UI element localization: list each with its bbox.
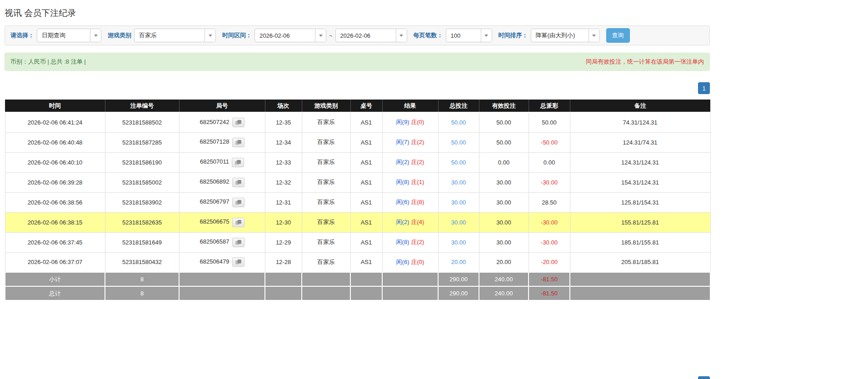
valid-bet-notice: 同局有效投注，统一计算在该局第一张注单内 <box>586 58 704 66</box>
cell-round: 682506675 <box>179 212 265 232</box>
result-banker: 庄(8) <box>411 199 424 205</box>
round-id: 682506675 <box>200 218 229 225</box>
cards-icon <box>234 160 241 165</box>
cell-note: 205.81/185.81 <box>570 252 710 272</box>
sort-order-select[interactable]: 降冪(由大到小) <box>531 29 600 42</box>
cell-note: 154.31/124.31 <box>570 172 710 192</box>
cell-round: 682506797 <box>179 192 265 212</box>
view-cards-button[interactable] <box>232 138 244 147</box>
cell-payout: -50.00 <box>529 132 570 152</box>
cards-icon <box>235 199 242 205</box>
cell-payout: 50.00 <box>529 112 570 132</box>
cell-bet-id: 523181580432 <box>105 252 179 272</box>
cell-table: AS1 <box>350 232 382 252</box>
cell-table: AS1 <box>350 192 382 212</box>
cell-result: 闲(9)庄(0) <box>382 112 438 132</box>
cell-game-type: 百家乐 <box>302 252 350 272</box>
cards-icon <box>235 140 242 145</box>
cell-round: 682507011 <box>179 152 265 172</box>
cell-game-type: 百家乐 <box>302 232 350 252</box>
cell-payout: -30.00 <box>529 172 570 192</box>
page: 视讯 会员下注纪录 请选择： 日期查询 游戏类别 百家乐 时间区间： 2026-… <box>5 0 710 379</box>
cell-payout: 28.50 <box>529 192 570 212</box>
cell-round: 682506892 <box>179 172 265 192</box>
cell-valid-bet: 20.00 <box>479 252 529 272</box>
filter-bar: 请选择： 日期查询 游戏类别 百家乐 时间区间： 2026-02-06 ~ 20… <box>5 25 710 45</box>
cell-round: 682507242 <box>179 112 265 132</box>
subtotal-count: 8 <box>105 272 179 286</box>
subtotal-note <box>570 272 710 286</box>
round-id: 682506587 <box>200 238 229 245</box>
caret-down-icon[interactable] <box>315 29 326 42</box>
page-size-select[interactable]: 100 <box>446 29 492 42</box>
date-to-select[interactable]: 2026-02-06 <box>335 29 407 42</box>
cell-bet-id: 523181583902 <box>105 192 179 212</box>
subtotal-label: 小计 <box>5 272 105 286</box>
page-size-value: 100 <box>446 29 481 42</box>
search-button[interactable]: 查询 <box>606 28 630 43</box>
date-from-select[interactable]: 2026-02-06 <box>254 29 326 42</box>
cell-total-bet: 50.00 <box>438 132 479 152</box>
cell-result: 闲(8)庄(1) <box>382 172 438 192</box>
total-bet-link[interactable]: 30.00 <box>451 219 466 226</box>
view-cards-button[interactable] <box>232 218 244 227</box>
view-cards-button[interactable] <box>232 257 244 267</box>
result-banker: 庄(2) <box>411 239 424 245</box>
cell-note: 155.81/125.81 <box>570 212 710 232</box>
total-bet-link[interactable]: 30.00 <box>451 239 466 246</box>
total-bet-link[interactable]: 30.00 <box>451 199 466 206</box>
cell-session: 12-32 <box>265 172 302 192</box>
subtotal-empty <box>179 272 265 286</box>
sort-order-label: 时间排序： <box>499 31 528 40</box>
subtotal-empty <box>382 272 438 286</box>
page-size-label: 每页笔数： <box>414 31 443 40</box>
page-1-button[interactable]: 1 <box>698 82 710 94</box>
cell-result: 闲(2)庄(2) <box>382 152 438 172</box>
pagination-top: 1 <box>5 82 710 94</box>
total-empty <box>382 286 438 300</box>
cell-bet-id: 523181586190 <box>105 152 179 172</box>
header-total-bet: 总投注 <box>438 100 479 112</box>
cell-game-type: 百家乐 <box>302 192 350 212</box>
cards-icon <box>235 219 242 225</box>
cell-valid-bet: 0.00 <box>479 152 529 172</box>
header-bet-id: 注单编号 <box>105 100 179 112</box>
total-bet-link[interactable]: 20.00 <box>451 259 466 265</box>
caret-down-icon[interactable] <box>396 29 407 42</box>
total-bet-link[interactable]: 50.00 <box>451 119 466 126</box>
cell-total-bet: 20.00 <box>438 252 479 272</box>
cell-time: 2026-02-06 06:38:56 <box>5 192 105 212</box>
page-1-button[interactable]: 1 <box>698 376 710 379</box>
cell-total-bet: 30.00 <box>438 212 479 232</box>
total-bet-link[interactable]: 50.00 <box>451 139 466 146</box>
cell-session: 12-35 <box>265 112 302 132</box>
view-cards-button[interactable] <box>232 198 244 207</box>
round-id: 682507011 <box>200 158 229 165</box>
result-player: 闲(6) <box>396 259 409 265</box>
caret-down-icon[interactable] <box>589 29 599 42</box>
total-empty <box>265 286 302 300</box>
cell-total-bet: 50.00 <box>438 112 479 132</box>
total-bet-link[interactable]: 30.00 <box>451 179 466 186</box>
summary-bar: 币别：人民币 | 总共 :8 注单 | 同局有效投注，统一计算在该局第一张注单内 <box>5 53 710 71</box>
cell-bet-id: 523181582635 <box>105 212 179 232</box>
caret-down-icon[interactable] <box>205 29 215 42</box>
caret-down-icon[interactable] <box>90 29 101 42</box>
cell-valid-bet: 30.00 <box>479 192 529 212</box>
view-cards-button[interactable] <box>232 178 244 187</box>
cell-session: 12-31 <box>265 192 302 212</box>
caret-down-icon[interactable] <box>481 29 492 42</box>
game-type-select[interactable]: 百家乐 <box>134 29 216 42</box>
table-body: 2026-02-06 06:41:24 523181588502 6825072… <box>5 112 710 272</box>
total-bet-link[interactable]: 50.00 <box>451 159 466 166</box>
table-footer: 小计 8 290.00 240.00 -81.50 总计 8 <box>5 272 710 300</box>
cell-table: AS1 <box>350 172 382 192</box>
result-player: 闲(6) <box>396 199 409 205</box>
view-cards-button[interactable] <box>232 158 244 167</box>
cell-result: 闲(2)庄(4) <box>382 212 438 232</box>
result-player: 闲(7) <box>396 139 409 145</box>
cell-note: 124.31/124.31 <box>570 152 710 172</box>
view-cards-button[interactable] <box>232 238 244 247</box>
query-type-select[interactable]: 日期查询 <box>37 29 101 42</box>
view-cards-button[interactable] <box>232 118 244 127</box>
